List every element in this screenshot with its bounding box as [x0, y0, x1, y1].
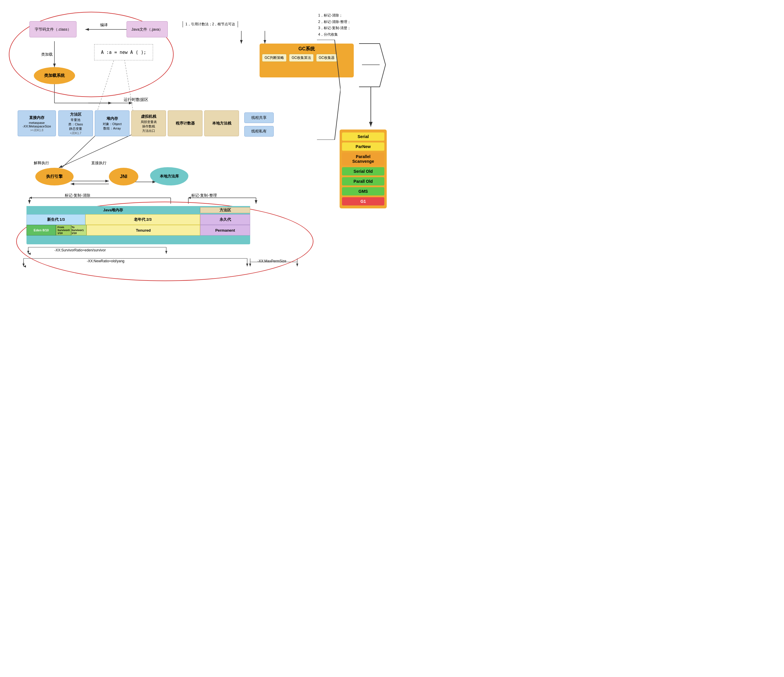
- svg-marker-22: [30, 197, 32, 199]
- java-file-box: Java文件（.java）: [126, 21, 168, 37]
- survivor-ratio-label: -XX:SurvivorRatio=eden/survivor: [54, 248, 106, 252]
- collector-g1: G1: [342, 197, 384, 205]
- native-stack-box: 本地方法栈: [204, 110, 239, 136]
- chevron-arrow: [317, 40, 341, 140]
- gc-note-3: 3，标记-复制-清楚；: [318, 25, 351, 31]
- vm-stack-box: 虚拟机栈 局部变量表 操作数栈 方法出口: [131, 110, 166, 136]
- gc-algo-box: GC收集算法: [289, 54, 314, 62]
- gc-note-2: 2，标记-清除-整理；: [318, 19, 351, 25]
- gc-judge-box: GC判断策略: [262, 54, 287, 62]
- svg-marker-31: [28, 252, 31, 255]
- class-loader-system: 类加载系统: [34, 67, 75, 84]
- gc-note-4: 4，分代收集: [318, 31, 351, 38]
- collector-parnew: ParNew: [342, 142, 384, 151]
- exec-engine: 执行引擎: [35, 168, 73, 185]
- heap-mem-box: 堆内存 对象：Object 数组：Array: [95, 110, 129, 136]
- direct-label: 直接执行: [91, 160, 107, 166]
- new-ratio-label: -XX:NewRatio=old/yang: [87, 259, 124, 263]
- java-heap-area: Java堆内存 方法区 新生代 1/3 老年代 2/3 永久代 Eden 8/1…: [26, 206, 250, 244]
- perm-gen-cell: 永久代: [200, 214, 250, 225]
- svg-marker-26: [188, 197, 191, 199]
- collector-serial-old: Serial Old: [342, 167, 384, 176]
- gc-notes: 1，标记-清除； 2，标记-清除-整理； 3，标记-复制-清楚； 4，分代收集: [318, 12, 351, 38]
- direct-mem-note: >=JDK1.8: [30, 129, 43, 132]
- max-perm-label: -XX:MaxPermSize: [258, 259, 286, 263]
- svg-line-7: [96, 53, 116, 116]
- direct-mem-sub: metaspase -XX:MetaspaceSize: [23, 121, 51, 128]
- direct-mem-box: 直接内存 metaspase -XX:MetaspaceSize >=JDK1.…: [18, 110, 56, 136]
- method-area-label: 方法区: [200, 207, 250, 213]
- code-snippet-box: A :a = new A ( );: [94, 44, 153, 60]
- method-area-sub: 常量池 类：Class 静态变量: [68, 118, 83, 131]
- thread-shared-box: 线程共享: [244, 112, 274, 123]
- class-file-box: 字节码文件（.class）: [30, 21, 76, 37]
- method-area-title: 方法区: [70, 112, 81, 117]
- pc-title: 程序计数器: [176, 121, 195, 126]
- pc-box: 程序计数器: [168, 110, 202, 136]
- runtime-label: 运行时数据区: [124, 97, 148, 103]
- collector-serial: Serial: [342, 132, 384, 141]
- thread-private-box: 线程私有: [244, 126, 274, 137]
- svg-line-8: [124, 54, 134, 116]
- to-cell: To Survivor11/10: [71, 225, 87, 235]
- jni-box: JNI: [109, 168, 138, 185]
- compile-label: 编译: [100, 22, 108, 28]
- gc-ref-note: 1，引用计数法；2，根节点可达: [182, 21, 238, 27]
- heap-title: 堆内存: [107, 116, 118, 121]
- collector-parall-old: Parall Old: [342, 177, 384, 185]
- java-heap-label: Java堆内存: [26, 207, 200, 213]
- young-gen-cell: 新生代 1/3: [26, 214, 86, 225]
- interpret-label: 解释执行: [34, 160, 49, 166]
- native-stack-title: 本地方法栈: [212, 121, 231, 126]
- vm-stack-sub: 局部变量表 操作数栈 方法出口: [141, 120, 157, 133]
- vm-stack-title: 虚拟机栈: [141, 114, 156, 119]
- from-cell: FromSurvivor01/10: [56, 225, 71, 235]
- method-area-note: <JDK1.7: [70, 132, 81, 135]
- heap-sub: 对象：Object 数组：Array: [103, 122, 122, 131]
- native-lib-cloud: 本地方法库: [150, 167, 188, 185]
- collector-gms: GMS: [342, 187, 384, 195]
- collector-list: Serial ParNew Parallel Scanvenge Serial …: [340, 129, 387, 209]
- permanent-cell: Permanent: [200, 225, 250, 235]
- collector-parallel-scanvenge: Parallel Scanvenge: [342, 153, 384, 165]
- method-area-box: 方法区 常量池 类：Class 静态变量 <JDK1.7: [58, 110, 93, 136]
- svg-marker-36: [23, 265, 26, 268]
- diagram-container: 字节码文件（.class） Java文件（.java） 编译 类加载 类加载系统…: [0, 0, 392, 338]
- tenured-cell: Tenured: [87, 225, 200, 235]
- gc-note-1: 1，标记-清除；: [318, 12, 351, 19]
- mark-copy-arrange-label: 标记-复制-整理: [191, 193, 217, 198]
- direct-mem-title: 直接内存: [29, 115, 44, 120]
- old-gen-cell: 老年代 2/3: [86, 214, 200, 225]
- class-load-label: 类加载: [41, 52, 53, 57]
- mark-copy-clear-label: 标记-复制-清除: [65, 193, 90, 198]
- eden-cell: Eden 8/10: [26, 225, 56, 235]
